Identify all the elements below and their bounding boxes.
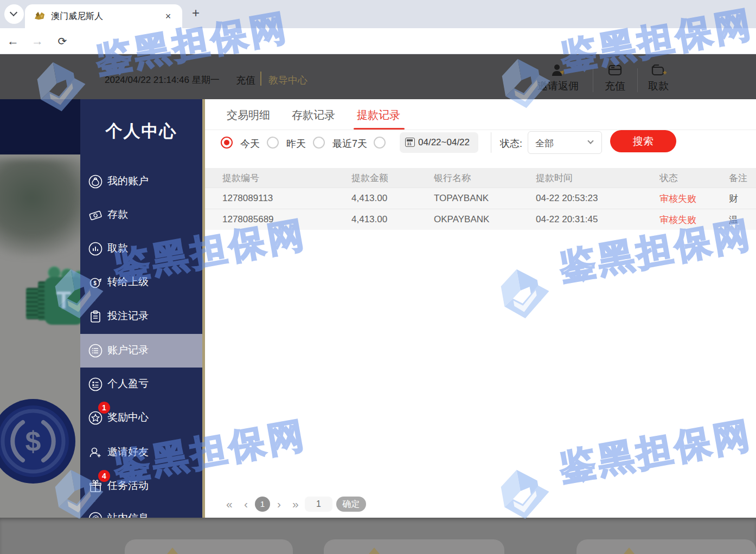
- tether-coins-image: [22, 262, 80, 332]
- header-recharge-link[interactable]: 充值: [236, 74, 255, 87]
- cell-withdraw-id: 1278089113: [202, 193, 351, 204]
- record-tabs: 交易明细 存款记录 提款记录: [202, 99, 756, 130]
- usd-coin-image: $: [0, 398, 76, 484]
- tab-transaction-detail[interactable]: 交易明细: [227, 108, 270, 123]
- sidebar-title: 个人中心: [80, 120, 202, 143]
- last-page-button[interactable]: »: [292, 497, 299, 512]
- screen: 澳门威尼斯人 × + ← → ⟳ 266288.cc 2024/04/22 21…: [0, 0, 756, 554]
- sidebar-item-task-activity[interactable]: 4 任务活动: [80, 469, 202, 503]
- sidebar-item-withdraw[interactable]: 取款: [80, 232, 202, 266]
- prev-page-button[interactable]: ‹: [244, 497, 248, 512]
- reward-badge: 1: [98, 402, 110, 414]
- cell-status: 审核失败: [659, 192, 729, 205]
- radio-today[interactable]: [221, 137, 233, 149]
- radio-yesterday[interactable]: [267, 137, 279, 149]
- active-tab-underline: [354, 128, 405, 130]
- first-page-button[interactable]: «: [226, 497, 233, 512]
- sidebar-item-profit-loss[interactable]: 个人盈亏: [80, 368, 202, 401]
- cell-amount: 4,413.00: [351, 214, 434, 225]
- records-panel: 交易明细 存款记录 提款记录 今天 昨天 最近7天 04/22~04/22 状态…: [202, 99, 756, 518]
- sidebar-item-bet-records[interactable]: 投注记录: [80, 300, 202, 333]
- radio-yesterday-label[interactable]: 昨天: [286, 137, 306, 150]
- browser-tabstrip: 澳门威尼斯人 × +: [0, 0, 756, 28]
- cell-withdraw-id: 1278085689: [202, 214, 351, 225]
- tab-close-icon[interactable]: ×: [162, 10, 175, 23]
- status-dropdown[interactable]: 全部: [528, 131, 602, 154]
- svg-text:@: @: [92, 514, 99, 518]
- next-page-button[interactable]: ›: [277, 497, 281, 512]
- task-gift-icon: [88, 479, 102, 493]
- calendar-icon: [405, 138, 415, 147]
- withdraw-records-table: 提款编号 提款金额 银行名称 提款时间 状态 备注 1278089113 4,4…: [202, 168, 756, 230]
- col-bank: 银行名称: [434, 172, 536, 184]
- date-range-value: 04/22~04/22: [418, 137, 470, 148]
- deposit-icon: [88, 208, 102, 222]
- blurred-money-image: [0, 159, 80, 256]
- background-card: [576, 539, 756, 554]
- sidebar-item-invite-friends[interactable]: 邀请好友: [80, 436, 202, 469]
- tab-withdraw-records[interactable]: 提款记录: [357, 108, 400, 123]
- sidebar-item-reward-center[interactable]: 1 邀请好友 奖励中心: [80, 401, 202, 435]
- header-withdraw-button[interactable]: 取款: [639, 62, 677, 93]
- header-recharge-button[interactable]: 充值: [596, 62, 634, 93]
- sidebar-item-site-messages[interactable]: @ 站内信息: [80, 502, 202, 518]
- account-record-icon: [88, 344, 102, 358]
- new-tab-button[interactable]: +: [188, 5, 204, 22]
- chevron-down-icon: [10, 9, 17, 16]
- radio-custom-range[interactable]: [374, 137, 386, 149]
- hero-banner-fragment: [0, 99, 80, 154]
- header-tutorial-link[interactable]: 教导中心: [268, 74, 307, 87]
- sidebar-item-my-account[interactable]: 我的账户: [80, 165, 202, 198]
- wallet-plus-icon: [650, 63, 667, 78]
- back-icon[interactable]: ←: [5, 34, 21, 49]
- cell-bank: OKPAYBANK: [434, 214, 536, 225]
- reward-icon: [88, 411, 102, 425]
- col-amount: 提款金额: [351, 172, 434, 184]
- radio-last7days[interactable]: [313, 137, 325, 149]
- header-divider: [260, 72, 261, 86]
- current-page-indicator[interactable]: 1: [255, 497, 270, 512]
- svg-text:$: $: [93, 280, 97, 286]
- invite-rebate-button[interactable]: 邀请返佣: [528, 62, 588, 93]
- bank-card-icon: [607, 63, 623, 78]
- cell-time: 04-22 20:53:23: [536, 193, 659, 204]
- page-jump-input[interactable]: [305, 497, 332, 512]
- radio-today-label[interactable]: 今天: [240, 137, 260, 150]
- status-label: 状态:: [500, 137, 522, 150]
- invite-rebate-icon: [550, 63, 566, 78]
- account-icon: [88, 175, 102, 189]
- cell-status: 审核失败: [659, 214, 729, 226]
- status-selected-value: 全部: [535, 137, 554, 150]
- personal-center-sidebar: 个人中心 我的账户 存款 取款: [80, 99, 202, 518]
- chevron-down-icon: [587, 138, 593, 144]
- browser-toolbar: ← → ⟳ 266288.cc: [0, 28, 756, 54]
- col-time: 提款时间: [536, 172, 659, 184]
- sidebar-item-account-records[interactable]: 账户记录: [80, 334, 202, 368]
- table-row: 1278085689 4,413.00 OKPAYBANK 04-22 20:3…: [202, 209, 756, 230]
- withdraw-icon: [88, 242, 102, 256]
- tab-search-button[interactable]: [4, 4, 24, 24]
- bet-record-icon: [88, 310, 102, 324]
- tab-deposit-records[interactable]: 存款记录: [292, 108, 335, 123]
- profit-loss-icon: [88, 377, 102, 391]
- date-range-picker[interactable]: 04/22~04/22: [400, 132, 478, 153]
- reload-icon[interactable]: ⟳: [55, 34, 70, 49]
- cell-remark: 温: [729, 214, 756, 226]
- col-remark: 备注: [729, 172, 756, 184]
- table-header-row: 提款编号 提款金额 银行名称 提款时间 状态 备注: [202, 168, 756, 188]
- page-confirm-button[interactable]: 确定: [336, 497, 366, 512]
- filter-bar: 今天 昨天 最近7天 04/22~04/22 状态: 全部 搜索: [202, 130, 756, 163]
- site-favicon-lion-icon: [34, 11, 46, 21]
- search-button[interactable]: 搜索: [610, 130, 676, 152]
- background-card: [324, 539, 504, 554]
- radio-last7days-label[interactable]: 最近7天: [332, 137, 367, 150]
- task-badge: 4: [98, 470, 110, 482]
- forward-icon[interactable]: →: [30, 34, 45, 49]
- pagination: « ‹ 1 › » 确定: [202, 497, 756, 513]
- sidebar-item-deposit[interactable]: 存款: [80, 198, 202, 232]
- browser-tab[interactable]: 澳门威尼斯人 ×: [25, 4, 182, 28]
- sidebar-item-transfer-up[interactable]: $ 转给上级: [80, 266, 202, 299]
- transfer-up-icon: $: [88, 275, 102, 289]
- cell-remark: 财: [729, 192, 756, 205]
- svg-text:$: $: [25, 426, 41, 457]
